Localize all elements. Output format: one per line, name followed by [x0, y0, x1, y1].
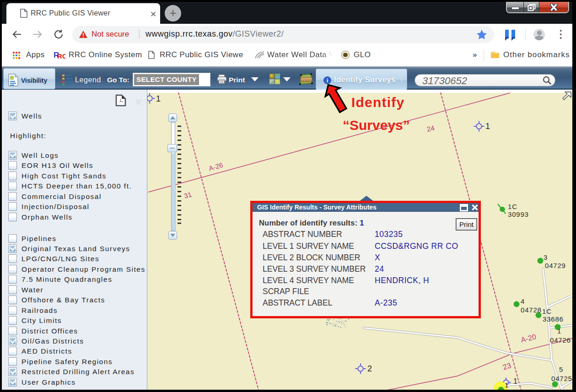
svg-text:2: 2	[367, 364, 372, 373]
svg-text:1C: 1C	[542, 307, 552, 315]
svg-text:4: 4	[521, 297, 525, 305]
svg-text:A-26: A-26	[208, 161, 224, 172]
svg-text:RC: RC	[57, 52, 65, 60]
svg-text:3: 3	[544, 253, 548, 261]
svg-text:A-20: A-20	[520, 333, 537, 344]
svg-text:5: 5	[559, 365, 563, 373]
svg-text:04728: 04728	[521, 306, 542, 314]
svg-text:23: 23	[501, 361, 512, 371]
svg-text:04729: 04729	[545, 262, 566, 269]
svg-text:33686: 33686	[543, 315, 564, 323]
svg-text:1: 1	[557, 327, 561, 335]
svg-text:04725: 04725	[551, 375, 572, 382]
svg-text:1C: 1C	[508, 203, 517, 210]
svg-text:30993: 30993	[508, 210, 529, 218]
svg-text:1: 1	[505, 381, 509, 389]
svg-text:31: 31	[183, 190, 193, 200]
svg-text:24: 24	[426, 124, 435, 133]
svg-text:04726: 04726	[550, 336, 571, 344]
svg-text:1: 1	[485, 122, 490, 131]
svg-text:1: 1	[513, 377, 518, 385]
svg-text:1: 1	[156, 94, 161, 103]
